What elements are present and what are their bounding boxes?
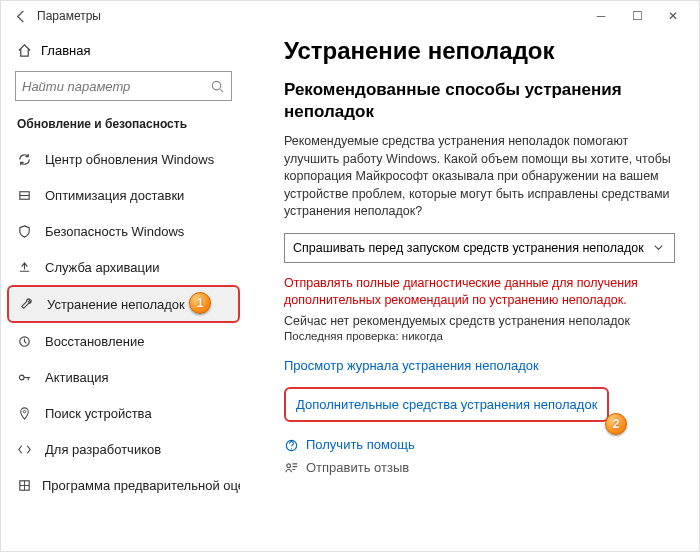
search-input[interactable] bbox=[15, 71, 232, 101]
feedback-label: Отправить отзыв bbox=[306, 460, 409, 475]
page-title: Устранение неполадок bbox=[284, 37, 675, 65]
chevron-down-icon bbox=[651, 240, 666, 255]
sidebar-item-delivery-optimization[interactable]: Оптимизация доставки bbox=[7, 177, 240, 213]
location-icon bbox=[17, 405, 35, 422]
search-icon bbox=[210, 77, 225, 95]
sidebar-item-recovery[interactable]: Восстановление bbox=[7, 323, 240, 359]
svg-point-14 bbox=[287, 464, 291, 468]
main-panel: Устранение неполадок Рекомендованные спо… bbox=[246, 31, 699, 551]
search-field[interactable] bbox=[22, 79, 210, 94]
delivery-icon bbox=[17, 187, 35, 204]
svg-point-5 bbox=[19, 376, 24, 381]
sidebar-item-label: Безопасность Windows bbox=[35, 224, 184, 239]
troubleshoot-dropdown[interactable]: Спрашивать перед запуском средств устран… bbox=[284, 233, 675, 263]
additional-troubleshooters-link[interactable]: Дополнительные средства устранения непол… bbox=[284, 387, 609, 422]
sidebar-item-find-device[interactable]: Поиск устройства bbox=[7, 395, 240, 431]
sidebar-item-label: Восстановление bbox=[35, 334, 144, 349]
help-icon bbox=[284, 436, 306, 453]
section-title: Обновление и безопасность bbox=[7, 111, 240, 141]
recovery-icon bbox=[17, 333, 35, 350]
sidebar-item-insider[interactable]: Программа предварительной оценки Windows bbox=[7, 467, 240, 503]
content-area: Главная Обновление и безопасность Центр … bbox=[1, 31, 699, 551]
section-body: Рекомендуемые средства устранения непола… bbox=[284, 133, 675, 221]
no-recommended-status: Сейчас нет рекомендуемых средств устране… bbox=[284, 314, 675, 328]
annotation-badge-2: 2 bbox=[605, 413, 627, 435]
sidebar-item-label: Программа предварительной оценки Windows bbox=[32, 478, 240, 493]
home-label: Главная bbox=[35, 43, 90, 58]
section-subtitle: Рекомендованные способы устранения непол… bbox=[284, 79, 675, 123]
help-label: Получить помощь bbox=[306, 437, 415, 452]
sidebar-item-label: Оптимизация доставки bbox=[35, 188, 184, 203]
last-check-status: Последняя проверка: никогда bbox=[284, 330, 675, 342]
sidebar-item-activation[interactable]: Активация bbox=[7, 359, 240, 395]
sidebar-item-developers[interactable]: Для разработчиков bbox=[7, 431, 240, 467]
diagnostic-warning: Отправлять полные диагностические данные… bbox=[284, 275, 675, 309]
home-item[interactable]: Главная bbox=[7, 35, 240, 65]
sidebar-item-label: Поиск устройства bbox=[35, 406, 152, 421]
svg-line-1 bbox=[220, 90, 223, 93]
backup-icon bbox=[17, 259, 35, 276]
sidebar-item-label: Служба архивации bbox=[35, 260, 160, 275]
sidebar-item-label: Для разработчиков bbox=[35, 442, 161, 457]
sidebar: Главная Обновление и безопасность Центр … bbox=[1, 31, 246, 551]
sidebar-item-label: Центр обновления Windows bbox=[35, 152, 214, 167]
home-icon bbox=[17, 42, 35, 58]
get-help-link[interactable]: Получить помощь bbox=[284, 436, 675, 453]
back-button[interactable] bbox=[9, 8, 33, 23]
sync-icon bbox=[17, 151, 35, 168]
dropdown-selected: Спрашивать перед запуском средств устран… bbox=[293, 241, 644, 255]
shield-icon bbox=[17, 223, 35, 240]
sidebar-item-windows-update[interactable]: Центр обновления Windows bbox=[7, 141, 240, 177]
titlebar: Параметры ─ ☐ ✕ bbox=[1, 1, 699, 31]
history-link[interactable]: Просмотр журнала устранения неполадок bbox=[284, 358, 675, 373]
key-icon bbox=[17, 369, 35, 386]
svg-point-0 bbox=[212, 82, 220, 90]
sidebar-item-label: Активация bbox=[35, 370, 108, 385]
feedback-icon bbox=[284, 459, 306, 476]
annotation-badge-1: 1 bbox=[189, 292, 211, 314]
sidebar-item-backup[interactable]: Служба архивации bbox=[7, 249, 240, 285]
feedback-link[interactable]: Отправить отзыв bbox=[284, 459, 675, 476]
window-title: Параметры bbox=[33, 9, 583, 23]
svg-point-13 bbox=[291, 448, 292, 449]
close-button[interactable]: ✕ bbox=[655, 9, 691, 23]
sidebar-item-label: Устранение неполадок bbox=[37, 297, 185, 312]
sidebar-item-windows-security[interactable]: Безопасность Windows bbox=[7, 213, 240, 249]
svg-point-8 bbox=[23, 411, 25, 413]
code-icon bbox=[17, 441, 35, 458]
minimize-button[interactable]: ─ bbox=[583, 9, 619, 23]
maximize-button[interactable]: ☐ bbox=[619, 9, 655, 23]
insider-icon bbox=[17, 477, 32, 494]
wrench-icon bbox=[19, 296, 37, 313]
